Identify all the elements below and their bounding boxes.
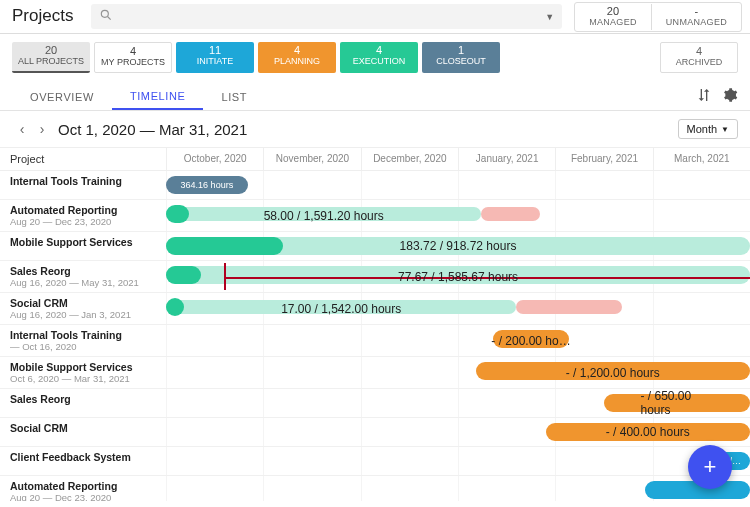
month-column: November, 2020 [263,148,360,170]
row-label: Sales Reorg [0,389,166,417]
month-column: December, 2020 [361,148,458,170]
row-label: Mobile Support ServicesOct 6, 2020 — Mar… [0,357,166,388]
filter-planning[interactable]: 4PLANNING [258,42,336,73]
segment-unmanaged[interactable]: -UNMANAGED [652,4,741,30]
chevron-down-icon: ▼ [721,125,729,134]
search-input[interactable] [121,10,545,24]
table-row[interactable]: Internal Tools Training364.16 hours [0,171,750,200]
next-range-button[interactable]: › [32,121,52,137]
row-label: Automated ReportingAug 20 — Dec 23, 2020 [0,200,166,231]
table-row[interactable]: Automated ReportingAug 20 — Dec 23, 2020… [0,200,750,232]
top-bar: Projects ▼ 20MANAGED-UNMANAGED [0,0,750,34]
sort-icon[interactable] [696,87,712,106]
row-chart: - / 400.00 hours [166,418,750,446]
filter-my-projects[interactable]: 4MY PROJECTS [94,42,172,73]
gantt-bar[interactable] [166,237,283,255]
row-chart: - / 650.00 hours [166,389,750,417]
gantt-bar[interactable] [516,300,621,314]
row-label: Mobile Support Services [0,232,166,260]
tab-list[interactable]: LIST [203,83,265,110]
app-window: Projects ▼ 20MANAGED-UNMANAGED 20ALL PRO… [0,0,750,507]
prev-range-button[interactable]: ‹ [12,121,32,137]
row-label: Automated ReportingAug 20 — Dec 23, 2020 [0,476,166,501]
row-label: Internal Tools Training [0,171,166,199]
page-title: Projects [0,0,85,33]
svg-line-1 [108,17,111,20]
tab-overview[interactable]: OVERVIEW [12,83,112,110]
timeline-rows: Internal Tools Training364.16 hoursAutom… [0,171,750,501]
month-column: February, 2021 [555,148,652,170]
row-chart: 58.00 / 1,591.20 hours [166,200,750,231]
row-label: Client Feedback System [0,447,166,475]
tab-timeline[interactable]: TIMELINE [112,83,204,110]
row-label: Social CRM [0,418,166,446]
table-row[interactable]: Internal Tools Training— Oct 16, 2020- /… [0,325,750,357]
table-row[interactable]: Sales ReorgAug 16, 2020 — May 31, 202177… [0,261,750,293]
add-button[interactable]: + [688,445,732,489]
segment-managed[interactable]: 20MANAGED [575,4,652,30]
row-label: Social CRMAug 16, 2020 — Jan 3, 2021 [0,293,166,324]
row-label: Sales ReorgAug 16, 2020 — May 31, 2021 [0,261,166,292]
table-row[interactable]: Mobile Support ServicesOct 6, 2020 — Mar… [0,357,750,389]
gantt-bar[interactable] [481,207,539,221]
month-column: October, 2020 [166,148,263,170]
gantt-bar[interactable] [546,423,750,441]
month-column: March, 2021 [653,148,750,170]
row-chart: 183.72 / 918.72 hours [166,232,750,260]
gantt-bar[interactable] [166,207,481,221]
row-chart: - /… [166,447,750,475]
month-column: January, 2021 [458,148,555,170]
gantt-bar[interactable] [604,394,750,412]
gantt-bar[interactable] [166,266,750,284]
table-row[interactable]: Social CRMAug 16, 2020 — Jan 3, 202117.0… [0,293,750,325]
filter-all-projects[interactable]: 20ALL PROJECTS [12,42,90,73]
row-chart: - / 1,200.00 hours [166,357,750,388]
search-box[interactable]: ▼ [91,4,562,29]
row-chart [166,476,750,501]
date-range: Oct 1, 2020 — Mar 31, 2021 [58,121,247,138]
filter-archived[interactable]: 4 ARCHIVED [660,42,738,73]
deadline-line [224,277,750,279]
svg-point-0 [102,10,109,17]
table-row[interactable]: Client Feedback System- /… [0,447,750,476]
row-chart: 17.00 / 1,542.00 hours [166,293,750,324]
gantt-bar[interactable] [166,266,201,284]
row-label: Internal Tools Training— Oct 16, 2020 [0,325,166,356]
table-row[interactable]: Automated ReportingAug 20 — Dec 23, 2020 [0,476,750,501]
gantt-bar[interactable]: 364.16 hours [166,176,248,194]
gear-icon[interactable] [722,87,738,106]
column-project: Project [0,148,166,170]
search-icon [99,8,113,25]
gantt-bar[interactable] [493,330,569,348]
gantt-bar[interactable] [476,362,750,380]
filter-closeout[interactable]: 1CLOSEOUT [422,42,500,73]
row-chart: 364.16 hours [166,171,750,199]
zoom-select[interactable]: Month ▼ [678,119,739,139]
gantt-bar[interactable] [166,298,184,316]
timeline-grid: Project October, 2020November, 2020Decem… [0,147,750,501]
row-chart: 77.67 / 1,585.67 hours [166,261,750,292]
row-chart: - / 200.00 ho… [166,325,750,356]
gantt-bar[interactable] [166,205,189,223]
table-row[interactable]: Sales Reorg- / 650.00 hours [0,389,750,418]
filter-bar: 20ALL PROJECTS4MY PROJECTS11INITIATE4PLA… [0,34,750,83]
timeline-header: Project October, 2020November, 2020Decem… [0,147,750,171]
table-row[interactable]: Mobile Support Services183.72 / 918.72 h… [0,232,750,261]
gantt-bar[interactable] [166,300,516,314]
date-nav: ‹ › Oct 1, 2020 — Mar 31, 2021 Month ▼ [0,111,750,147]
chevron-down-icon[interactable]: ▼ [545,12,554,22]
filter-initiate[interactable]: 11INITIATE [176,42,254,73]
managed-segment: 20MANAGED-UNMANAGED [574,2,742,32]
view-tabs: OVERVIEW TIMELINE LIST [0,83,750,111]
filter-execution[interactable]: 4EXECUTION [340,42,418,73]
table-row[interactable]: Social CRM- / 400.00 hours [0,418,750,447]
